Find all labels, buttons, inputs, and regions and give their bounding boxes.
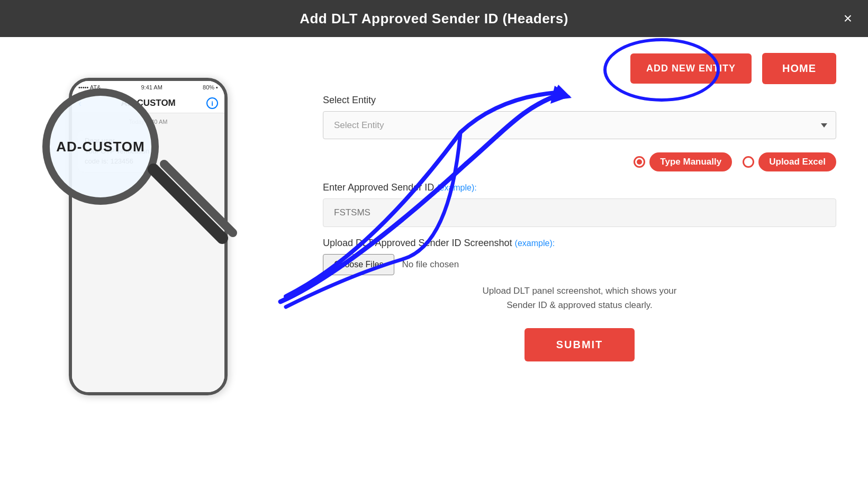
left-panel: ••••• AT& 9:41 AM 80% ▪ ‹ AD-CUSTOM i To… — [0, 37, 296, 489]
right-panel: ADD NEW ENTITY HOME Select Entity Select… — [296, 37, 868, 489]
submit-button[interactable]: SUBMIT — [525, 328, 635, 361]
type-manually-option[interactable]: Type Manually — [634, 152, 732, 171]
add-new-entity-button[interactable]: ADD NEW ENTITY — [630, 53, 752, 84]
modal-title: Add DLT Approved Sender ID (Headers) — [300, 11, 568, 27]
select-entity-label: Select Entity — [323, 95, 836, 106]
upload-label: Upload DLT Approved Sender ID Screenshot… — [323, 238, 836, 249]
magnifier-circle: AD-CUSTOM — [42, 88, 159, 205]
sender-id-input[interactable] — [323, 198, 836, 227]
upload-excel-radio[interactable] — [743, 156, 754, 168]
choose-files-button[interactable]: Choose Files — [323, 254, 394, 275]
info-icon: i — [206, 97, 218, 109]
sender-id-group: Enter Approved Sender ID (example): — [323, 182, 836, 227]
home-button[interactable]: HOME — [762, 53, 836, 84]
close-button[interactable]: × — [844, 11, 852, 26]
upload-excel-option[interactable]: Upload Excel — [743, 152, 836, 171]
upload-hint: Upload DLT panel screenshot, which shows… — [323, 284, 836, 312]
modal: Add DLT Approved Sender ID (Headers) × •… — [0, 0, 868, 489]
select-entity-group: Select Entity Select Entity — [323, 95, 836, 139]
radio-row: Type Manually Upload Excel — [323, 152, 836, 171]
file-upload-row: Choose Files No file chosen — [323, 254, 836, 275]
sender-id-label: Enter Approved Sender ID (example): — [323, 182, 836, 193]
upload-example[interactable]: (example): — [515, 239, 555, 248]
phone-container: ••••• AT& 9:41 AM 80% ▪ ‹ AD-CUSTOM i To… — [42, 62, 254, 464]
upload-group: Upload DLT Approved Sender ID Screenshot… — [323, 238, 836, 312]
modal-header: Add DLT Approved Sender ID (Headers) × — [0, 0, 868, 37]
phone-battery: 80% ▪ — [203, 84, 218, 90]
sender-id-example[interactable]: (example): — [437, 183, 477, 192]
magnifier: AD-CUSTOM — [42, 88, 191, 237]
submit-row: SUBMIT — [323, 328, 836, 361]
type-manually-radio[interactable] — [634, 156, 645, 168]
action-buttons-row: ADD NEW ENTITY HOME — [323, 53, 836, 84]
type-manually-label: Type Manually — [649, 152, 732, 171]
upload-excel-label: Upload Excel — [758, 152, 836, 171]
modal-body: ••••• AT& 9:41 AM 80% ▪ ‹ AD-CUSTOM i To… — [0, 37, 868, 489]
entity-select[interactable]: Select Entity — [323, 111, 836, 139]
no-file-chosen-text: No file chosen — [402, 259, 459, 270]
magnifier-text: AD-CUSTOM — [56, 139, 144, 155]
